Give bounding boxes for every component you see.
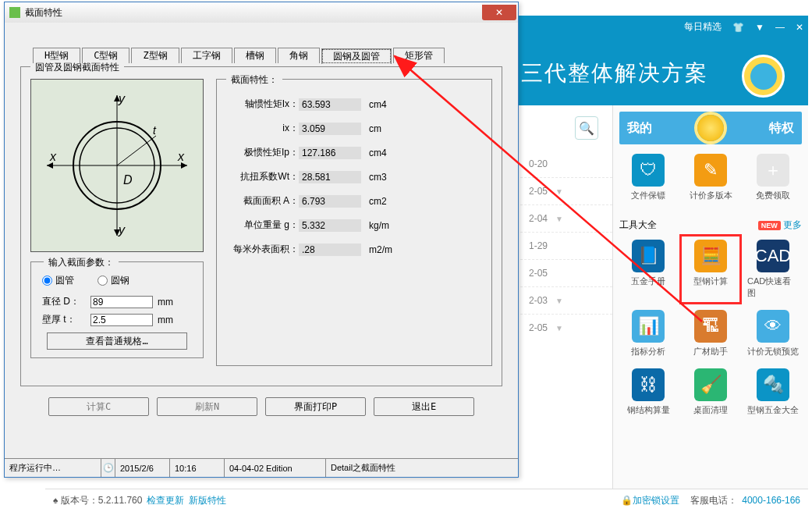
prop-unit: cm [369,123,400,134]
tool-计价无锁预览[interactable]: 👁计价无锁预览 [744,307,802,361]
prop-unit: m2/m [369,244,400,255]
status-running: 程序运行中… [5,459,101,477]
svg-line-8 [117,136,156,165]
svg-text:y: y [118,223,126,236]
prop-value: 63.593 [299,98,361,111]
tool-icon: ✎ [694,154,727,187]
prop-label: ix： [225,122,299,135]
refresh-button[interactable]: 刷新N [157,397,257,416]
tab-圆钢及圆管[interactable]: 圆钢及圆管 [321,48,392,64]
status-date: 2015/2/6 [115,459,170,477]
medal-icon [697,115,724,141]
slogan: 三代整体解决方案 [521,59,708,88]
thickness-unit: mm [158,315,173,325]
priv-计价多版本[interactable]: ✎计价多版本 [682,151,739,204]
status-edition: 04-04-02 Edition [225,459,326,477]
lookup-button[interactable]: 查看普通规格… [47,332,187,350]
tel-label: 客服电话：4000-166-166 [690,494,800,507]
tab-槽钢[interactable]: 槽钢 [234,48,276,63]
prop-label: 轴惯性矩Ix： [225,98,299,111]
search-icon[interactable]: 🔍 [575,116,598,140]
tool-桌面清理[interactable]: 🧹桌面清理 [682,365,739,419]
svg-marker-2 [181,162,187,169]
prop-value: 28.581 [299,171,361,183]
svg-text:y: y [118,92,126,105]
version-label: ♠ 版本号：5.2.11.760 [53,494,142,507]
tool-广材助手[interactable]: 🏗广材助手 [682,307,739,361]
dialog-title: 截面特性 [25,6,482,20]
tool-型钢计算[interactable]: 🧮型钢计算 [682,236,739,302]
tools-title: 工具大全 [619,219,657,232]
radio-pipe[interactable]: 圆管 [42,274,74,287]
tool-label: 文件保镖 [631,190,665,201]
svg-text:D: D [123,173,133,187]
tool-label: 型钢计算 [693,276,728,287]
tab-工字钢[interactable]: 工字钢 [181,48,232,63]
tool-型钢五金大全[interactable]: 🔩型钢五金大全 [744,365,802,419]
tool-label: 计价无锁预览 [747,346,799,357]
prop-label: 每米外表面积： [225,243,299,256]
tool-label: 钢结构算量 [627,404,670,416]
tool-icon: 🛡 [632,154,665,187]
tool-icon: ⛓ [632,368,665,401]
tool-label: 五金手册 [631,276,665,287]
priv-免费领取[interactable]: ＋免费领取 [744,151,802,204]
svg-text:x: x [49,150,57,163]
tool-icon: 🏗 [694,310,727,343]
tab-角钢[interactable]: 角钢 [278,48,320,63]
minimize-icon[interactable]: — [775,22,785,33]
priv-文件保镖[interactable]: 🛡文件保镖 [619,151,677,204]
prop-unit: cm4 [369,148,400,158]
thickness-input[interactable] [90,314,153,326]
tool-icon: CAD [757,240,789,272]
prop-label: 抗扭系数Wt： [225,170,299,183]
daily-pick[interactable]: 每日精选 [684,20,722,34]
tool-钢结构算量[interactable]: ⛓钢结构算量 [619,365,677,419]
new-features-link[interactable]: 新版特性 [189,494,226,507]
tool-label: CAD快速看图 [747,276,799,299]
tab-矩形管[interactable]: 矩形管 [393,48,445,63]
shirt-icon[interactable]: 👕 [732,22,744,33]
svg-text:t: t [153,124,157,137]
calc-button[interactable]: 计算C [48,397,149,416]
input-group-title: 输入截面参数： [44,256,119,269]
menu-icon[interactable]: ▼ [755,22,764,33]
tool-CAD快速看图[interactable]: CADCAD快速看图 [744,236,802,302]
print-button[interactable]: 界面打印P [265,397,366,416]
exit-button[interactable]: 退出E [374,397,474,416]
lock-settings-link[interactable]: 🔒加密锁设置 [621,494,679,507]
tool-label: 广材助手 [693,346,728,357]
tool-指标分析[interactable]: 📊指标分析 [619,307,677,361]
prop-value: 3.059 [299,123,361,135]
close-icon[interactable]: ✕ [796,22,803,33]
more-link[interactable]: 更多 [783,219,802,230]
prop-label: 截面面积 A： [225,194,299,208]
tool-icon: 🧹 [694,368,727,401]
prop-value: .28 [299,244,361,256]
prop-value: 5.332 [299,219,361,232]
prop-unit: cm2 [369,196,400,207]
diameter-input[interactable] [90,296,153,308]
tool-icon: 📊 [632,310,665,343]
app-icon [9,7,20,18]
tool-label: 指标分析 [631,346,665,357]
tool-icon: 🧮 [694,240,727,272]
prop-value: 127.186 [299,147,361,159]
tool-icon: 👁 [757,310,789,343]
avatar[interactable] [742,55,785,98]
section-diagram: y y x x D t [30,79,204,252]
check-update-link[interactable]: 检查更新 [147,494,184,507]
radio-bar[interactable]: 圆钢 [98,274,129,287]
close-button[interactable]: ✕ [482,5,516,20]
tel-link[interactable]: 4000-166-166 [742,495,800,506]
svg-marker-3 [47,162,53,169]
prop-label: 极惯性矩Ip： [225,146,299,159]
tab-Z型钢[interactable]: Z型钢 [131,48,179,63]
status-time: 10:16 [170,459,225,477]
tool-icon: 🔩 [757,368,789,401]
tool-五金手册[interactable]: 📘五金手册 [619,236,677,302]
tool-label: 免费领取 [756,190,790,201]
my-privilege-banner: 我的特权 [619,112,802,144]
fieldset-title: 圆管及圆钢截面特性 [30,61,124,74]
prop-unit: kg/m [369,220,400,231]
